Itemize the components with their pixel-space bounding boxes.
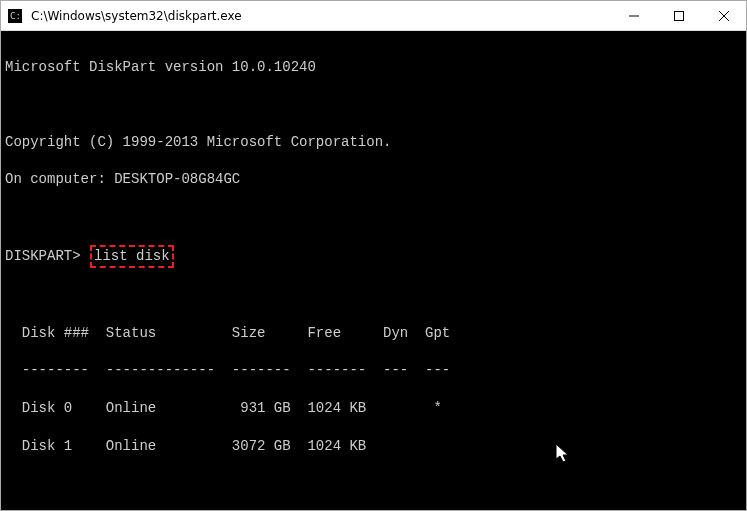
table-row: Disk 1 Online 3072 GB 1024 KB <box>5 437 742 456</box>
table-row: Disk 0 Online 931 GB 1024 KB * <box>5 399 742 418</box>
blank-line <box>5 96 742 114</box>
window-controls <box>611 1 746 30</box>
maximize-icon <box>674 11 684 21</box>
command-list-disk: list disk <box>90 245 174 268</box>
version-line: Microsoft DiskPart version 10.0.10240 <box>5 58 742 77</box>
close-button[interactable] <box>701 1 746 30</box>
table-header: Disk ### Status Size Free Dyn Gpt <box>5 324 742 343</box>
minimize-button[interactable] <box>611 1 656 30</box>
maximize-button[interactable] <box>656 1 701 30</box>
table-divider: -------- ------------- ------- ------- -… <box>5 361 742 380</box>
titlebar[interactable]: C: C:\Windows\system32\diskpart.exe <box>1 1 746 31</box>
app-icon: C: <box>7 8 23 24</box>
blank-line <box>5 475 742 493</box>
blank-line <box>5 208 742 226</box>
close-icon <box>719 11 729 21</box>
terminal-output[interactable]: Microsoft DiskPart version 10.0.10240 Co… <box>1 31 746 510</box>
computer-line: On computer: DESKTOP-08G84GC <box>5 170 742 189</box>
svg-text:C:: C: <box>10 11 21 21</box>
diskpart-window: C: C:\Windows\system32\diskpart.exe Micr… <box>0 0 747 511</box>
minimize-icon <box>629 11 639 21</box>
copyright-line: Copyright (C) 1999-2013 Microsoft Corpor… <box>5 133 742 152</box>
prompt: DISKPART> <box>5 248 81 264</box>
blank-line <box>5 287 742 305</box>
window-title: C:\Windows\system32\diskpart.exe <box>29 9 611 23</box>
prompt-line-1: DISKPART> list disk <box>5 245 742 268</box>
svg-rect-3 <box>674 11 683 20</box>
